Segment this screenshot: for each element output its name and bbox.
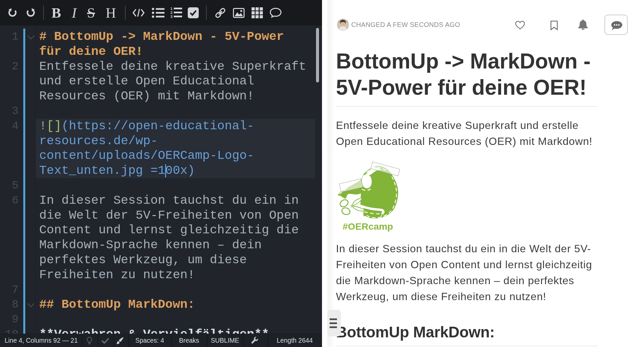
svg-text:1: 1 <box>170 7 172 11</box>
svg-text:3: 3 <box>170 15 172 19</box>
svg-text:2: 2 <box>170 11 172 15</box>
